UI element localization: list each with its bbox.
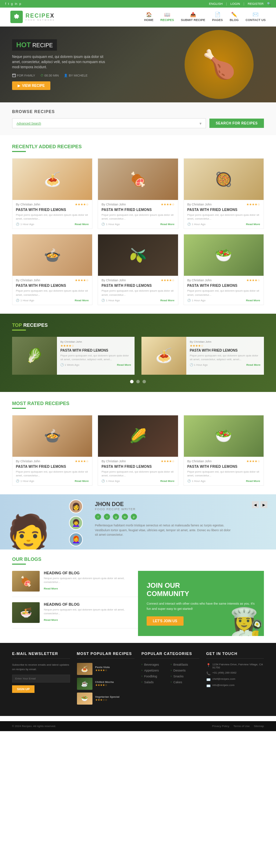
register-link[interactable]: REGISTER: [248, 2, 264, 6]
read-more-link[interactable]: Read More: [75, 223, 89, 226]
join-title: JOIN OURCOMMUNITY: [147, 581, 255, 598]
recipe-author: By Christian John: [187, 203, 212, 206]
read-more-link[interactable]: Read More: [160, 480, 175, 483]
blog-read-more[interactable]: Read More: [44, 587, 58, 590]
footer-recipe-item[interactable]: ☕ Chilled Mocha ★★★★☆: [77, 678, 135, 690]
footer-category-item[interactable]: ›Beverages: [141, 663, 170, 666]
top-card-read-more[interactable]: Read More: [246, 363, 260, 366]
read-more-link[interactable]: Read More: [246, 223, 260, 226]
read-more-link[interactable]: Read More: [246, 299, 260, 302]
nav-blog[interactable]: ✏️ BLOG: [230, 12, 239, 22]
logo-tagline: FOOD NETWORK: [26, 19, 55, 21]
footer-category-item[interactable]: ›Salads: [141, 680, 170, 684]
nav-pages[interactable]: 📄 PAGES: [212, 12, 223, 22]
footer-category-item[interactable]: ›Cakes: [171, 680, 199, 684]
recipe-title: PASTA WITH FRIED LEMONS: [16, 208, 89, 212]
top-card-description: Pique porro quisquam est, qui dolorem ip…: [190, 354, 260, 361]
recipe-description: Pique porro quisquam est, qui dolorem ip…: [16, 213, 89, 221]
privacy-policy-link[interactable]: Privacy Policy: [212, 725, 229, 728]
newsletter-email-input[interactable]: [12, 675, 70, 683]
nav-submit-recipe[interactable]: 📤 SUBMIT RECIPE: [181, 12, 205, 22]
search-icon[interactable]: 🔍: [267, 2, 271, 6]
browse-input[interactable]: Advanced Search ▼: [12, 118, 206, 128]
sitemap-link[interactable]: Sitemap: [254, 725, 264, 728]
profile-description: Pellentesque habitant morbi tristique se…: [95, 523, 233, 537]
footer-category-item[interactable]: ›Snacks: [171, 675, 199, 678]
footer-copyright: © 2024 Recipex. All rights reserved.: [12, 725, 56, 728]
recipe-card: 🍖 By Christian John ★★★★☆ PASTA WITH FRI…: [98, 158, 178, 229]
nav-home[interactable]: 🏠 HOME: [144, 12, 154, 22]
top-card-title: PASTA WITH FRIED LEMONS: [60, 349, 131, 352]
facebook-icon[interactable]: f: [5, 2, 6, 6]
profile-right: JHON DOE FOOD RECIPE WRITER ◀ ▶ f t g in…: [86, 494, 276, 549]
language-selector[interactable]: ENGLISH: [209, 2, 223, 6]
avatar[interactable]: 👩: [69, 499, 83, 513]
profile-google-icon[interactable]: g: [113, 514, 119, 520]
recipe-card: 🍝 By Christian John ★★★★☆ PASTA WITH FRI…: [12, 158, 92, 229]
twitter-icon[interactable]: t: [8, 2, 9, 6]
footer-recipe-item[interactable]: 🥗 Vegetarian Special ★★★☆☆: [77, 693, 135, 705]
footer-contact-email-2[interactable]: ✉️ info@recipex.com: [206, 684, 264, 688]
footer-contact-email-1[interactable]: ✉️ chef@recipex.com: [206, 677, 264, 682]
footer-category-item[interactable]: ›Breakfasts: [171, 663, 199, 666]
top-card-read-more[interactable]: Read More: [117, 363, 131, 366]
location-icon: 📍: [206, 663, 210, 667]
read-more-link[interactable]: Read More: [75, 299, 89, 302]
nav-contact[interactable]: ✉️ CONTACT US: [246, 12, 266, 22]
most-rated-image: 🥗: [184, 415, 264, 457]
join-button[interactable]: LET'S JOIN US: [147, 616, 184, 626]
pinterest-icon[interactable]: p: [19, 2, 21, 6]
profile-avatars: 👩 👩‍🦱 👩‍🦰: [69, 499, 83, 546]
footer-contact-col: GET IN TOUCH 📍 1154 Fairview Drive, Fair…: [206, 652, 264, 707]
profile-name: JHON DOE: [95, 501, 136, 507]
read-more-link[interactable]: Read More: [160, 223, 175, 226]
profile-next-button[interactable]: ▶: [260, 501, 267, 508]
footer-recipe-item[interactable]: 🍝 Pasta Viola ★★★★☆: [77, 663, 135, 675]
avatar[interactable]: 👩‍🦱: [69, 516, 83, 530]
read-more-link[interactable]: Read More: [246, 480, 260, 483]
blog-item: 🍜 HEADING OF BLOG Neque porro quisquam e…: [12, 602, 138, 628]
blogs-section: OUR BLOGS 🍖 HEADING OF BLOG Neque porro …: [0, 549, 276, 643]
footer-category-item[interactable]: ›Foodblog: [141, 675, 170, 678]
slider-dot-2[interactable]: [136, 380, 140, 383]
recipe-title: PASTA WITH FRIED LEMONS: [16, 284, 89, 287]
top-card-stars: ★★★★☆: [60, 344, 131, 347]
logo[interactable]: RECIPEX FOOD NETWORK: [10, 11, 55, 23]
recipe-title: PASTA WITH FRIED LEMONS: [101, 465, 174, 468]
nav-recipes[interactable]: 📖 RECIPES: [160, 12, 174, 22]
recipe-author: By Christian John: [16, 203, 40, 206]
view-recipe-button[interactable]: ▶ VIEW RECIPE: [12, 81, 50, 90]
profile-pinterest-icon[interactable]: p: [131, 514, 137, 520]
profile-prev-button[interactable]: ◀: [252, 501, 259, 508]
google-icon[interactable]: g: [11, 2, 13, 6]
avatar[interactable]: 👩‍🦰: [69, 533, 83, 546]
top-card-image: 🥬: [12, 337, 57, 375]
recipe-description: Pique porro quisquam est, qui dolorem ip…: [187, 289, 260, 296]
recipe-card: 🫒 By Christian John ★★★★☆ PASTA WITH FRI…: [98, 234, 178, 305]
slider-dot-3[interactable]: [142, 380, 146, 383]
footer-category-item[interactable]: ›Desserts: [171, 669, 199, 672]
blog-read-more[interactable]: Read More: [44, 618, 58, 622]
profile-facebook-icon[interactable]: f: [95, 514, 101, 520]
section-divider: [12, 408, 26, 409]
slider-dot-1[interactable]: [130, 380, 134, 383]
read-more-link[interactable]: Read More: [160, 299, 175, 302]
recipe-description: Pique porro quisquam est, qui dolorem ip…: [101, 470, 174, 477]
search-recipes-button[interactable]: SEARCH FOR RECIPES: [209, 119, 264, 128]
newsletter-subscribe-button[interactable]: SIGN UP: [12, 685, 34, 693]
blog-description: Neque porro quisquam est, qui dolorem ip…: [44, 576, 138, 584]
cooking-person-image: 👩‍🍳: [229, 608, 264, 636]
recipe-title: PASTA WITH FRIED LEMONS: [101, 284, 174, 287]
profile-twitter-icon[interactable]: t: [104, 514, 110, 520]
recipe-image: 🥗: [184, 234, 264, 276]
top-card-description: Pique porro quisquam est, qui dolorem ip…: [60, 354, 131, 361]
login-link[interactable]: LOGIN: [230, 2, 240, 6]
top-bar-actions: ENGLISH | LOGIN | REGISTER 🔍: [209, 2, 271, 6]
footer-category-item[interactable]: ›Appetizers: [141, 669, 170, 672]
footer-recipe-image: 🥗: [77, 693, 92, 705]
profile-linkedin-icon[interactable]: in: [122, 514, 128, 520]
read-more-link[interactable]: Read More: [75, 480, 89, 483]
linkedin-icon[interactable]: in: [15, 2, 17, 6]
social-icons-group: f t g in p: [5, 2, 21, 6]
terms-link[interactable]: Terms of Use: [234, 725, 250, 728]
